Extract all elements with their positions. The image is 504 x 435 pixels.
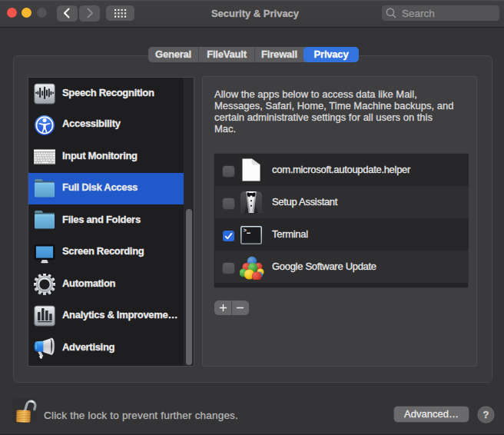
svg-text:>: > [243,227,247,234]
